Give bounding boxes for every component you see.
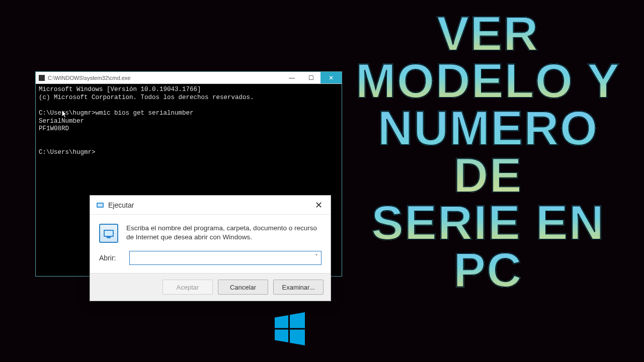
headline-line-1: Ver	[347, 10, 629, 57]
cancel-button[interactable]: Cancelar	[218, 280, 268, 295]
headline-line-5: PC	[347, 246, 629, 294]
svg-rect-3	[105, 231, 113, 236]
headline-line-2: modelo y	[347, 57, 629, 105]
chevron-down-icon[interactable]: ˅	[315, 253, 318, 260]
run-button-row: Aceptar Cancelar Examinar...	[90, 273, 331, 301]
svg-marker-6	[275, 330, 288, 343]
cmd-line: C:\Users\hugmr>wmic bios get serialnumbe…	[39, 110, 194, 117]
run-dialog[interactable]: Ejecutar ✕ Escriba el nombre del program…	[90, 195, 331, 301]
cmd-line: (c) Microsoft Corporation. Todos los der…	[39, 94, 254, 101]
svg-marker-4	[275, 315, 288, 328]
run-dialog-icon	[99, 224, 118, 243]
windows-logo-icon	[272, 311, 308, 347]
maximize-button[interactable]: ☐	[301, 72, 320, 83]
run-dialog-title: Ejecutar	[108, 201, 134, 209]
run-open-label: Abrir:	[99, 254, 123, 262]
cmd-line: PF1W08RD	[39, 125, 69, 132]
cmd-titlebar[interactable]: C:\WINDOWS\system32\cmd.exe — ☐ ✕	[36, 72, 342, 84]
browse-button[interactable]: Examinar...	[273, 280, 324, 295]
svg-marker-7	[290, 330, 305, 346]
svg-rect-1	[98, 204, 103, 207]
cmd-window-controls: — ☐ ✕	[282, 72, 342, 83]
headline: Ver modelo y numero de serie en PC	[347, 10, 629, 294]
run-titlebar[interactable]: Ejecutar ✕	[90, 196, 331, 215]
cmd-line: Microsoft Windows [Versión 10.0.19043.17…	[39, 86, 201, 93]
cmd-line: C:\Users\hugmr>	[39, 149, 96, 156]
cmd-window-title: C:\WINDOWS\system32\cmd.exe	[48, 75, 130, 81]
headline-line-4: serie en	[347, 199, 629, 246]
cmd-system-icon	[39, 75, 45, 81]
accept-button[interactable]: Aceptar	[163, 280, 213, 295]
run-dialog-system-icon	[96, 201, 104, 209]
svg-marker-5	[290, 312, 305, 328]
run-close-button[interactable]: ✕	[308, 198, 329, 213]
cmd-line: SerialNumber	[39, 118, 84, 125]
minimize-button[interactable]: —	[282, 72, 301, 83]
headline-line-3: numero de	[347, 105, 629, 199]
cmd-output[interactable]: Microsoft Windows [Versión 10.0.19043.17…	[36, 84, 342, 159]
run-open-input[interactable]: ˅	[129, 251, 321, 265]
close-button[interactable]: ✕	[320, 72, 342, 83]
run-description: Escriba el nombre del programa, carpeta,…	[126, 224, 321, 243]
